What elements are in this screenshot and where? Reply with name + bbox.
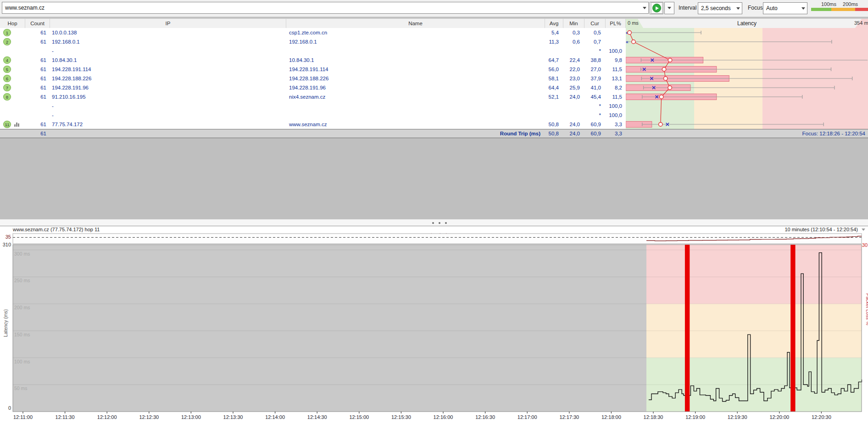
hop-number-badge: 1: [3, 29, 11, 36]
packet-loss-cell: 100,0: [606, 46, 626, 56]
interval-select[interactable]: 2,5 seconds: [698, 2, 742, 14]
start-trace-button[interactable]: [650, 2, 663, 14]
hop-cell: [0, 111, 25, 120]
focus-value: Auto: [763, 5, 799, 11]
focus-label: Focus: [748, 5, 763, 11]
splitter-grip-icon: [432, 222, 434, 224]
column-header-min[interactable]: Min: [563, 19, 584, 28]
column-header-latency: 0 ms Latency 354 ms: [626, 19, 868, 28]
name-cell: [286, 111, 545, 120]
table-row[interactable]: 116177.75.74.172www.seznam.cz50,824,060,…: [0, 120, 868, 129]
latency-graph-cell: [626, 37, 868, 46]
cur-cell: *: [584, 46, 606, 56]
packet-loss-cell: 3,3: [606, 120, 626, 129]
x-axis-label: 12:18:30: [644, 414, 663, 420]
gridline-label: 200 ms: [14, 305, 30, 310]
column-header-pl[interactable]: PL%: [606, 19, 626, 28]
ip-cell: 194.228.191.96: [50, 83, 286, 92]
table-row[interactable]: 261192.168.0.1192.168.0.111,30,60,7: [0, 37, 868, 46]
table-row[interactable]: 561194.228.191.114194.228.191.11456,022,…: [0, 65, 868, 74]
chevron-down-icon[interactable]: [640, 2, 648, 13]
timeline-graph[interactable]: [0, 233, 868, 414]
packet-loss-cell: 11,5: [606, 92, 626, 101]
start-options-dropdown-button[interactable]: [664, 2, 674, 14]
x-axis-label: 12:20:30: [812, 414, 831, 420]
hop-number-badge: 7: [3, 84, 11, 91]
timeline-range-selector[interactable]: 10 minutes (12:10:54 - 12:20:54): [785, 227, 858, 232]
packet-loss-bar: [790, 245, 795, 412]
column-header-name[interactable]: Name: [286, 19, 545, 28]
name-cell: www.seznam.cz: [286, 120, 545, 129]
hop-number-badge: 2: [3, 38, 11, 45]
count-cell: 61: [25, 83, 50, 92]
count-cell: 61: [25, 28, 50, 37]
chevron-down-icon[interactable]: [734, 3, 742, 14]
round-trip-min: 24,0: [563, 129, 584, 138]
round-trip-row: 61 Round Trip (ms) 50,8 24,0 60,9 3,3 Fo…: [0, 129, 868, 138]
pane-splitter[interactable]: [0, 219, 868, 226]
x-axis-label: 12:12:30: [139, 414, 159, 420]
x-axis-label: 12:14:00: [265, 414, 285, 420]
avg-cell: 64,4: [545, 83, 563, 92]
hop-cell: [0, 46, 25, 56]
latency-graph-cell: [626, 101, 868, 111]
gridline-label: 100 ms: [14, 359, 30, 364]
min-cell: 24,0: [563, 120, 584, 129]
x-axis-label: 12:17:00: [517, 414, 537, 420]
table-row[interactable]: -*100,0: [0, 101, 868, 111]
focus-select[interactable]: Auto: [763, 2, 807, 14]
avg-cell: 11,3: [545, 37, 563, 46]
latency-graph-cell: [626, 92, 868, 101]
chevron-down-icon[interactable]: [799, 3, 807, 14]
table-row[interactable]: 661194.228.188.226194.228.188.22658,123,…: [0, 74, 868, 83]
count-cell: [25, 46, 50, 56]
count-cell: 61: [25, 56, 50, 65]
x-axis-label: 12:16:30: [475, 414, 495, 420]
cur-cell: *: [584, 101, 606, 111]
count-cell: [25, 101, 50, 111]
x-axis-label: 12:18:00: [601, 414, 621, 420]
table-row[interactable]: -*100,0: [0, 111, 868, 120]
bar-chart-icon: [14, 122, 19, 127]
x-axis-label: 12:13:00: [181, 414, 201, 420]
x-axis-label: 12:14:30: [307, 414, 327, 420]
count-cell: 61: [25, 92, 50, 101]
hop-cell: 1: [0, 28, 25, 37]
ip-cell: 91.210.16.195: [50, 92, 286, 101]
min-cell: 0,6: [563, 37, 584, 46]
table-row[interactable]: 16110.0.0.138csp1.zte.com.cn5,40,30,5: [0, 28, 868, 37]
packet-loss-cell: [606, 28, 626, 37]
column-header-hop[interactable]: Hop: [0, 19, 25, 28]
x-axis-label: 12:19:00: [685, 414, 705, 420]
hop-number-badge: 4: [3, 56, 11, 64]
table-row[interactable]: 86191.210.16.195nix4.seznam.cz52,124,045…: [0, 92, 868, 101]
count-cell: 61: [25, 65, 50, 74]
chevron-down-icon[interactable]: [862, 229, 865, 231]
target-combobox[interactable]: www.seznam.cz: [2, 2, 649, 14]
x-axis-label: 12:17:30: [559, 414, 579, 420]
name-cell: 10.84.30.1: [286, 56, 545, 65]
cur-cell: 0,7: [584, 37, 606, 46]
column-header-cur[interactable]: Cur: [584, 19, 606, 28]
play-icon: [652, 4, 661, 12]
packet-loss-cell: [606, 37, 626, 46]
gridline-label: 250 ms: [14, 278, 30, 283]
count-cell: [25, 111, 50, 120]
min-cell: [563, 111, 584, 120]
x-axis-label: 12:16:00: [434, 414, 453, 420]
column-header-ip[interactable]: IP: [50, 19, 286, 28]
cur-cell: 45,4: [584, 92, 606, 101]
interval-value: 2,5 seconds: [698, 5, 734, 11]
name-cell: csp1.zte.com.cn: [286, 28, 545, 37]
column-header-count[interactable]: Count: [25, 19, 50, 28]
table-row[interactable]: -*100,0: [0, 46, 868, 56]
latency-scale-max: 354 ms: [854, 20, 868, 26]
ip-cell: 194.228.188.226: [50, 74, 286, 83]
ip-cell: 194.228.191.114: [50, 65, 286, 74]
column-header-avg[interactable]: Avg: [545, 19, 563, 28]
table-row[interactable]: 46110.84.30.110.84.30.164,722,438,89,8: [0, 56, 868, 65]
round-trip-pl: 3,3: [606, 129, 626, 138]
avg-cell: [545, 111, 563, 120]
legend-200ms-label: 200ms: [843, 1, 858, 7]
table-row[interactable]: 761194.228.191.96194.228.191.9664,425,94…: [0, 83, 868, 92]
